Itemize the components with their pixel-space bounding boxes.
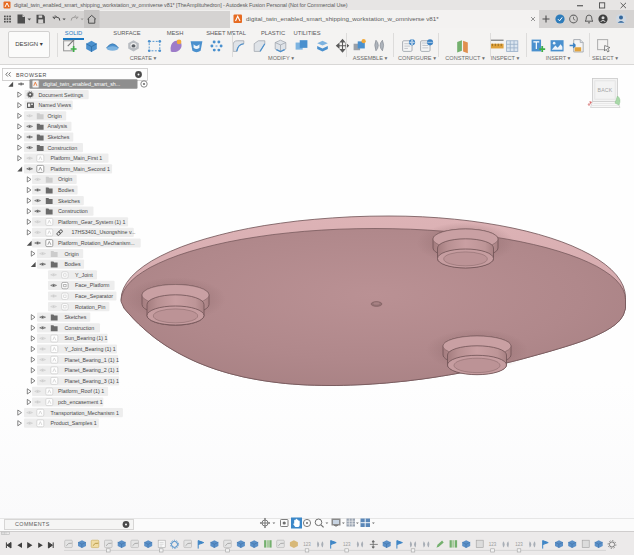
svg-text:BACK: BACK xyxy=(598,87,613,93)
svg-text:Platform_Gear_System (1) 1: Platform_Gear_System (1) 1 xyxy=(58,219,125,225)
svg-text:Face_Separator: Face_Separator xyxy=(75,293,113,299)
svg-text:Face_Platform: Face_Platform xyxy=(75,282,110,288)
svg-text:123: 123 xyxy=(303,542,311,547)
svg-text:Platform_Main_First 1: Platform_Main_First 1 xyxy=(51,155,103,161)
svg-text:BROWSER: BROWSER xyxy=(16,72,47,78)
svg-text:Construction: Construction xyxy=(48,145,78,151)
svg-text:Sun_Bearing (1) 1: Sun_Bearing (1) 1 xyxy=(65,335,108,341)
svg-text:Platform_Roof (1) 1: Platform_Roof (1) 1 xyxy=(58,388,104,394)
svg-text:Bodies: Bodies xyxy=(65,261,82,267)
svg-text:Origin: Origin xyxy=(65,251,79,257)
svg-text:Planet_Bearing_1 (1) 1: Planet_Bearing_1 (1) 1 xyxy=(65,357,120,363)
svg-text:Rotation_Pin: Rotation_Pin xyxy=(75,304,105,310)
svg-text:Bodies: Bodies xyxy=(58,187,75,193)
svg-text:Y_Joint: Y_Joint xyxy=(75,272,93,278)
svg-text:Product_Samples 1: Product_Samples 1 xyxy=(51,420,97,426)
svg-text:Platform_Main_Second 1: Platform_Main_Second 1 xyxy=(51,166,111,172)
svg-text:Analysis: Analysis xyxy=(48,123,68,129)
svg-text:pcb_encasement 1: pcb_encasement 1 xyxy=(58,399,103,405)
svg-text:Sketches: Sketches xyxy=(48,134,70,140)
svg-text:Construction: Construction xyxy=(58,208,88,214)
svg-text:Named Views: Named Views xyxy=(39,102,72,108)
svg-text:Origin: Origin xyxy=(48,113,62,119)
svg-text:Sketches: Sketches xyxy=(65,314,87,320)
svg-text:123: 123 xyxy=(343,542,351,547)
svg-text:Document Settings: Document Settings xyxy=(39,92,84,98)
svg-text:Transportation_Mechanism 1: Transportation_Mechanism 1 xyxy=(51,410,119,416)
svg-text:Construction: Construction xyxy=(65,325,95,331)
svg-text:Planet_Bearing_3 (1) 1: Planet_Bearing_3 (1) 1 xyxy=(65,378,120,384)
svg-text:123: 123 xyxy=(489,542,497,547)
svg-text:Y_Joint_Bearing (1) 1: Y_Joint_Bearing (1) 1 xyxy=(65,346,116,352)
svg-text:Sketches: Sketches xyxy=(58,198,80,204)
svg-text:Planet_Bearing_2 (1) 1: Planet_Bearing_2 (1) 1 xyxy=(65,367,120,373)
svg-text:digital_twin_enabled_smart_sh.: digital_twin_enabled_smart_sh... xyxy=(43,81,120,87)
svg-text:Origin: Origin xyxy=(58,176,72,182)
svg-text:123: 123 xyxy=(515,542,523,547)
svg-text:17HS3401_Usongshine v...: 17HS3401_Usongshine v... xyxy=(72,229,136,235)
svg-text:Platform_Rotation_Mechanism...: Platform_Rotation_Mechanism... xyxy=(58,240,135,246)
